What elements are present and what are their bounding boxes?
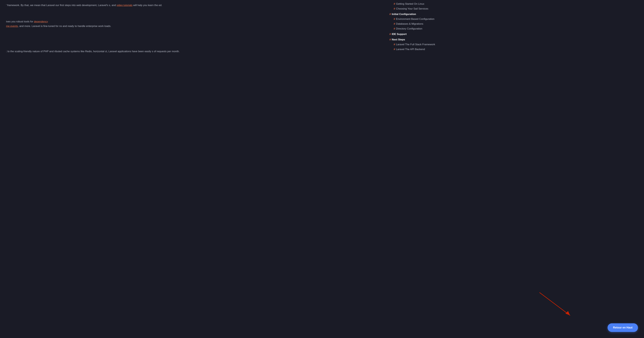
svg-line-0 <box>540 293 570 315</box>
back-to-top-button[interactable]: Retour en Haut <box>608 323 638 332</box>
toc-hash-icon: # <box>389 38 391 41</box>
toc-item-api-backend[interactable]: # Laravel The API Backend <box>389 47 444 52</box>
page-wrapper: ' framework. By that, we mean that Larav… <box>0 0 644 338</box>
toc-hash-icon: # <box>394 27 395 30</box>
toc-section-ide-support[interactable]: # IDE Support <box>389 31 444 37</box>
toc-hash-icon: # <box>389 33 391 36</box>
paragraph-3: : to the scaling-friendly nature of PHP … <box>6 49 380 54</box>
toc-item-choosing-sail-services[interactable]: # Choosing Your Sail Services <box>389 6 444 11</box>
toc-item-directory-config[interactable]: # Directory Configuration <box>389 26 444 31</box>
toc-hash-icon: # <box>394 3 395 6</box>
dependency-link[interactable]: dependency <box>34 20 48 23</box>
toc-hash-icon: # <box>394 7 395 10</box>
section-gap-2 <box>6 31 380 40</box>
toc-hash-icon: # <box>394 43 395 46</box>
svg-marker-1 <box>565 311 570 315</box>
paragraph-1: ' framework. By that, we mean that Larav… <box>6 3 380 8</box>
arrow-svg <box>535 289 580 320</box>
video-tutorials-link[interactable]: video tutorials <box>116 4 132 7</box>
me-events-link[interactable]: me events <box>6 25 18 28</box>
section-gap-1 <box>6 10 380 19</box>
toc-hash-icon: # <box>394 18 395 21</box>
section-gap-3 <box>6 40 380 49</box>
paragraph-2: ives you robust tools for dependency me … <box>6 19 380 29</box>
arrow-annotation <box>535 289 580 320</box>
toc-section-next-steps[interactable]: # Next Steps <box>389 37 444 42</box>
toc-item-full-stack[interactable]: # Laravel The Full Stack Framework <box>389 42 444 47</box>
toc-hash-icon: # <box>394 48 395 51</box>
toc-item-getting-started-linux[interactable]: # Getting Started On Linux <box>389 2 444 6</box>
toc-item-env-config[interactable]: # Environment Based Configuration <box>389 17 444 22</box>
main-content: ' framework. By that, we mean that Larav… <box>0 0 386 338</box>
toc-hash-icon: # <box>389 13 391 16</box>
toc-section-initial-config[interactable]: # Initial Configuration <box>389 11 444 17</box>
toc-item-databases-migrations[interactable]: # Databases & Migrations <box>389 22 444 26</box>
table-of-contents: # Getting Started On Linux # Choosing Yo… <box>386 0 450 338</box>
toc-hash-icon: # <box>394 23 395 26</box>
